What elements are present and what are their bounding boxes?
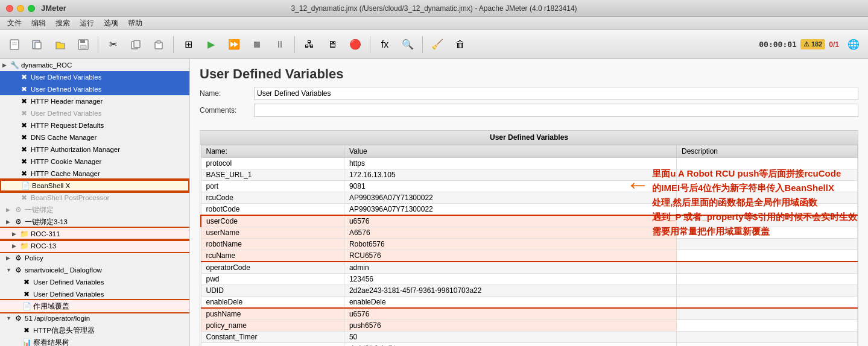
x-icon: ✖ [22, 277, 31, 287]
sidebar-item-zuoyongyu[interactable]: 📄 作用域覆盖 [0, 300, 189, 312]
sep5 [422, 36, 423, 53]
sep4 [370, 36, 370, 53]
paste-button[interactable] [148, 34, 169, 55]
shutdown-button[interactable]: ⏸ [269, 34, 291, 55]
sidebar-label: 作用域覆盖 [33, 302, 69, 311]
cell-description [677, 239, 858, 250]
doc-icon: 📄 [21, 181, 30, 190]
menu-options[interactable]: 选项 [99, 17, 123, 30]
sidebar-item-api-login[interactable]: ▼ ⚙ 51 /api/operator/login [0, 312, 189, 324]
minimize-button[interactable] [17, 5, 24, 12]
sidebar-item-beanshell-post[interactable]: ✖ BeanShell PostProcessor [0, 192, 189, 204]
sidebar-item-udv4[interactable]: ✖ User Defined Variables [0, 276, 189, 288]
sidebar-item-http-info-header[interactable]: ✖ HTTP信息头管理器 [0, 324, 189, 336]
x-icon: ✖ [19, 109, 29, 118]
sidebar-item-yijian-3-13[interactable]: ▶ ⚙ 一键绑定3-13 [0, 216, 189, 228]
menu-run[interactable]: 运行 [75, 17, 99, 30]
table-row: userCodeu6576 [201, 215, 858, 227]
table-row: itu_smart_voice半半测试-初剧 [201, 343, 858, 347]
col-desc: Description [677, 145, 858, 158]
sidebar-label: smartvoiceId_ Dialogflow [25, 266, 102, 274]
sidebar-label: HTTP Cookie Manager [31, 158, 101, 165]
menu-bar: 文件 编辑 搜索 运行 选项 帮助 [0, 17, 868, 30]
cell-description [677, 158, 858, 169]
sidebar-label: BeanShell PostProcessor [31, 194, 109, 201]
arrow-icon: ▶ [12, 243, 19, 249]
arrow-icon: ▼ [6, 267, 13, 273]
cell-value: https [344, 158, 676, 169]
menu-search[interactable]: 搜索 [51, 17, 75, 30]
templates-button[interactable] [27, 34, 48, 55]
cell-value: AP990396A07Y71300022 [344, 192, 676, 204]
stop-button[interactable]: ⏹ [246, 34, 268, 55]
sidebar-item-policy[interactable]: ▶ ⚙ Policy [0, 252, 189, 264]
gear-icon: ⚙ [13, 265, 23, 275]
table-row: rcuCodeAP990396A07Y71300022 [201, 192, 858, 204]
cell-value: 9081 [344, 181, 676, 192]
play-button[interactable]: ▶ [200, 34, 222, 55]
close-button[interactable] [6, 5, 13, 12]
cell-name: pwd [201, 274, 344, 285]
play-nopause-button[interactable]: ⏩ [223, 34, 245, 55]
sidebar-item-beanshell-x[interactable]: 📄 BeanShell X [0, 180, 189, 192]
sidebar-label: User Defined Variables [31, 86, 101, 93]
expand-button[interactable]: ⊞ [177, 34, 199, 55]
remote-exit-button[interactable]: 🔴 [344, 34, 366, 55]
sidebar-item-udv5[interactable]: ✖ User Defined Variables [0, 288, 189, 300]
sidebar-item-roc311[interactable]: ▶ 📁 ROC-311 [0, 228, 189, 240]
sidebar-item-smartvoice[interactable]: ▼ ⚙ smartvoiceId_ Dialogflow [0, 264, 189, 276]
window-controls[interactable] [6, 5, 35, 12]
save-button[interactable] [72, 34, 94, 55]
sidebar-item-dynamatic-roc[interactable]: ▶ 🔧 dynamatic_ROC [0, 59, 189, 71]
function-helper-button[interactable]: fx [374, 34, 396, 55]
clear-all-button[interactable]: 🗑 [449, 34, 471, 55]
cell-name: operatorCode [201, 262, 344, 274]
sidebar-item-http-request-defaults[interactable]: ✖ HTTP Request Defaults [0, 119, 189, 131]
col-value: Value [344, 145, 676, 158]
search-button[interactable]: 🔍 [397, 34, 419, 55]
open-button[interactable] [49, 34, 71, 55]
arrow-icon: ▶ [6, 219, 13, 225]
name-row: Name: [200, 87, 858, 100]
clear-button[interactable]: 🧹 [426, 34, 448, 55]
remote-stop-button[interactable]: 🖥 [322, 34, 343, 55]
content-area: User Defined Variables Name: Comments: U… [190, 59, 868, 346]
sidebar-item-udv2[interactable]: ✖ User Defined Variables [0, 83, 189, 95]
app-name: JMeter [41, 4, 66, 13]
cell-name: rcuName [201, 250, 344, 262]
sidebar-item-http-cookie[interactable]: ✖ HTTP Cookie Manager [0, 156, 189, 168]
sep2 [173, 36, 174, 53]
sidebar-item-dns-cache[interactable]: ✖ DNS Cache Manager [0, 131, 189, 143]
comments-row: Comments: [200, 104, 858, 117]
name-input[interactable] [254, 87, 858, 100]
sidebar-label: HTTP Header manager [31, 98, 103, 105]
sidebar-item-cankanjieguo[interactable]: 📊 察看结果树 [0, 336, 189, 346]
comments-label: Comments: [200, 106, 254, 115]
sidebar-item-yijian[interactable]: ▶ ⚙ 一键绑定 [0, 204, 189, 216]
menu-edit[interactable]: 编辑 [27, 17, 51, 30]
folder-icon: 🔧 [10, 60, 19, 70]
sidebar-label: HTTP Authorization Manager [31, 146, 120, 153]
sidebar-item-roc13[interactable]: ▶ 📁 ROC-13 [0, 240, 189, 252]
new-button[interactable] [4, 34, 25, 55]
cell-value: enableDele [344, 297, 676, 309]
network-button[interactable]: 🌐 [843, 34, 864, 55]
menu-help[interactable]: 帮助 [123, 17, 147, 30]
remote-start-button[interactable]: 🖧 [299, 34, 320, 55]
cell-name: UDID [201, 285, 344, 297]
maximize-button[interactable] [28, 5, 35, 12]
copy-button[interactable] [125, 34, 147, 55]
sidebar-item-udv3[interactable]: ✖ User Defined Variables [0, 107, 189, 119]
sidebar-item-udv1[interactable]: ✖ User Defined Variables [0, 71, 189, 83]
cell-name: protocol [201, 158, 344, 169]
col-name: Name: [201, 145, 344, 158]
arrow-icon: ▶ [12, 231, 19, 237]
sidebar-label: HTTP Request Defaults [31, 122, 104, 129]
x-icon: ✖ [19, 133, 29, 142]
sidebar-item-http-cache[interactable]: ✖ HTTP Cache Manager [0, 168, 189, 180]
menu-file[interactable]: 文件 [2, 17, 27, 30]
sidebar-item-http-auth[interactable]: ✖ HTTP Authorization Manager [0, 143, 189, 156]
cut-button[interactable]: ✂ [102, 34, 124, 55]
sidebar-item-http-header[interactable]: ✖ HTTP Header manager [0, 95, 189, 107]
comments-input[interactable] [254, 104, 858, 117]
